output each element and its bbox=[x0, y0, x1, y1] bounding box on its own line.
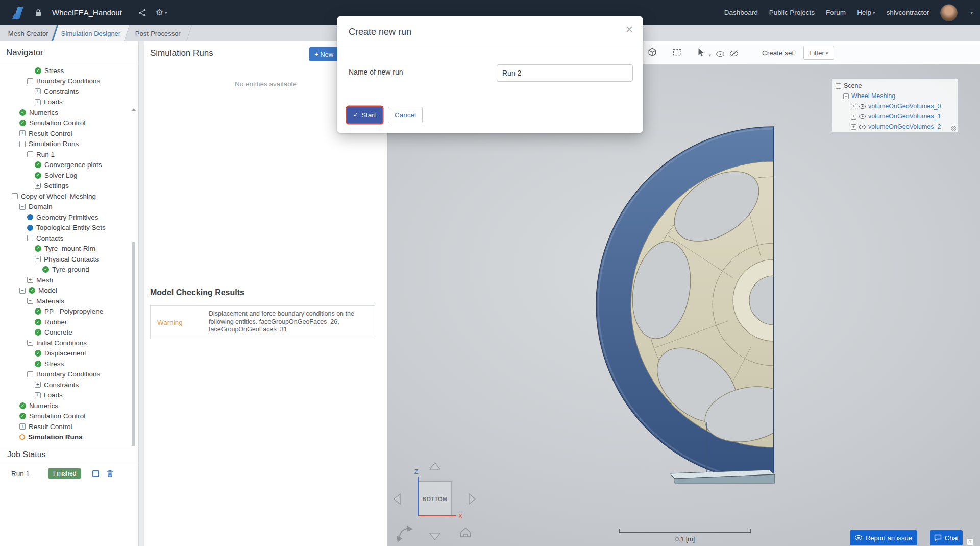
tab-simulation-designer[interactable]: Simulation Designer bbox=[52, 25, 130, 41]
nav-forum[interactable]: Forum bbox=[826, 9, 846, 16]
expand-icon[interactable]: + bbox=[851, 124, 856, 130]
tree-item[interactable]: Topological Entity Sets bbox=[0, 223, 131, 233]
collapse-icon[interactable]: − bbox=[27, 340, 33, 346]
expand-icon[interactable]: + bbox=[27, 277, 33, 283]
username[interactable]: shivcontractor bbox=[886, 9, 929, 16]
rotate-left-icon[interactable] bbox=[394, 494, 400, 504]
collapse-icon[interactable]: − bbox=[27, 78, 33, 84]
collapse-icon[interactable]: − bbox=[35, 256, 41, 262]
tree-item[interactable]: +Constraints bbox=[0, 379, 131, 390]
collapse-icon[interactable]: − bbox=[27, 371, 33, 377]
notification-badge[interactable]: 1 bbox=[967, 538, 973, 545]
hide-icon[interactable] bbox=[729, 50, 739, 59]
tree-item[interactable]: +Result Control bbox=[0, 128, 131, 139]
tab-post-processor[interactable]: Post-Processor bbox=[125, 25, 192, 41]
tree-item[interactable]: Simulation Runs bbox=[0, 432, 131, 443]
tree-item[interactable]: −Boundary Conditions bbox=[0, 76, 131, 87]
collapse-icon[interactable]: − bbox=[843, 93, 849, 99]
tree-item[interactable]: −Initial Conditions bbox=[0, 338, 131, 348]
avatar[interactable] bbox=[940, 4, 958, 21]
visibility-eye-icon[interactable] bbox=[859, 125, 866, 129]
create-set-button[interactable]: Create set bbox=[757, 46, 799, 60]
expand-icon[interactable]: + bbox=[19, 130, 26, 136]
nav-help[interactable]: Help ▾ bbox=[857, 9, 875, 16]
collapse-icon[interactable]: − bbox=[836, 83, 841, 89]
rotate-right-icon[interactable] bbox=[469, 494, 475, 504]
chevron-down-icon[interactable]: ▾ bbox=[970, 10, 973, 15]
tree-item[interactable]: ✓Concrete bbox=[0, 327, 131, 338]
cancel-button[interactable]: Cancel bbox=[388, 107, 423, 123]
resize-handle[interactable] bbox=[951, 126, 957, 131]
tree-item[interactable]: −Materials bbox=[0, 296, 131, 306]
close-icon[interactable]: ✕ bbox=[625, 23, 633, 35]
cursor-tool-icon[interactable]: ▾ bbox=[697, 48, 711, 59]
expand-icon[interactable]: + bbox=[35, 392, 41, 398]
collapse-icon[interactable]: − bbox=[27, 151, 33, 157]
tree-item[interactable]: ✓Stress bbox=[0, 65, 131, 76]
expand-icon[interactable]: + bbox=[851, 104, 856, 109]
expand-icon[interactable]: + bbox=[35, 99, 41, 105]
tree-item[interactable]: ✓Stress bbox=[0, 359, 131, 369]
tree-item[interactable]: ✓Numerics bbox=[0, 107, 131, 118]
show-icon[interactable] bbox=[716, 50, 727, 59]
report-issue-button[interactable]: Report an issue bbox=[850, 530, 917, 545]
collapse-icon[interactable]: − bbox=[12, 193, 18, 199]
collapse-icon[interactable]: − bbox=[27, 298, 33, 304]
collapse-icon[interactable]: − bbox=[19, 204, 26, 210]
tree-item[interactable]: −Copy of Wheel_Meshing bbox=[0, 191, 131, 202]
tree-item[interactable]: −Run 1 bbox=[0, 149, 131, 160]
orientation-gizmo[interactable]: BOTTOM Z X bbox=[394, 457, 478, 546]
start-button[interactable]: ✓ Start bbox=[347, 107, 382, 123]
tree-item[interactable]: −Boundary Conditions bbox=[0, 369, 131, 380]
expand-icon[interactable]: + bbox=[35, 88, 41, 94]
scene-tree-item[interactable]: −Wheel Meshing bbox=[836, 91, 958, 101]
filter-dropdown[interactable]: Filter▾ bbox=[803, 46, 834, 60]
volume-select-icon[interactable] bbox=[648, 48, 657, 59]
tree-item[interactable]: +Result Control bbox=[0, 421, 131, 432]
tree-item[interactable]: +Loads bbox=[0, 97, 131, 108]
settings-menu[interactable]: ⚙ ▾ bbox=[156, 7, 167, 18]
scene-tree-item[interactable]: −Scene bbox=[836, 81, 958, 91]
tree-item[interactable]: ✓Convergence plots bbox=[0, 160, 131, 171]
nav-public-projects[interactable]: Public Projects bbox=[769, 9, 815, 16]
scene-tree-item[interactable]: +volumeOnGeoVolumes_1 bbox=[836, 111, 958, 122]
chat-button[interactable]: Chat bbox=[930, 530, 963, 545]
tree-item[interactable]: −Domain bbox=[0, 202, 131, 212]
rotate-down-icon[interactable] bbox=[430, 533, 440, 540]
visibility-eye-icon[interactable] bbox=[859, 104, 866, 109]
collapse-icon[interactable]: − bbox=[19, 288, 26, 294]
expand-icon[interactable]: + bbox=[19, 423, 26, 430]
rotate-up-icon[interactable] bbox=[430, 463, 440, 469]
tree-item[interactable]: ✓Rubber bbox=[0, 317, 131, 327]
tree-item[interactable]: ✓Displacement bbox=[0, 348, 131, 359]
tree-item[interactable]: ✓Simulation Control bbox=[0, 118, 131, 129]
box-select-icon[interactable] bbox=[673, 48, 682, 59]
expand-icon[interactable]: + bbox=[35, 183, 41, 189]
run-name-input[interactable] bbox=[497, 64, 633, 82]
new-run-button[interactable]: New bbox=[309, 47, 338, 61]
visibility-eye-icon[interactable] bbox=[859, 114, 866, 119]
tree-item[interactable]: ✓Tyre-ground bbox=[0, 265, 131, 275]
home-view-icon[interactable] bbox=[461, 528, 470, 537]
tab-mesh-creator[interactable]: Mesh Creator bbox=[1, 25, 57, 41]
tree-item[interactable]: +Constraints bbox=[0, 86, 131, 97]
scroll-up-icon[interactable] bbox=[131, 108, 136, 111]
stop-run-button[interactable] bbox=[92, 470, 99, 477]
tree-item[interactable]: +Settings bbox=[0, 181, 131, 192]
tree-item[interactable]: −Physical Contacts bbox=[0, 254, 131, 265]
share-icon[interactable] bbox=[138, 9, 146, 17]
delete-run-button[interactable] bbox=[106, 469, 114, 478]
collapse-icon[interactable]: − bbox=[27, 235, 33, 241]
tree-item[interactable]: +Loads bbox=[0, 390, 131, 401]
tree-item[interactable]: −✓Model bbox=[0, 286, 131, 296]
tree-item[interactable]: +Mesh bbox=[0, 275, 131, 286]
navigator-scrollbar[interactable] bbox=[132, 242, 135, 446]
tree-item[interactable]: ✓Solver Log bbox=[0, 170, 131, 181]
collapse-icon[interactable]: − bbox=[19, 141, 26, 147]
tree-item[interactable]: −Contacts bbox=[0, 233, 131, 244]
tree-item[interactable]: Geometry Primitives bbox=[0, 212, 131, 223]
expand-icon[interactable]: + bbox=[851, 114, 856, 120]
tree-item[interactable]: ✓Simulation Control bbox=[0, 411, 131, 422]
tree-item[interactable]: −Simulation Runs bbox=[0, 139, 131, 150]
simscale-logo[interactable] bbox=[10, 5, 26, 21]
